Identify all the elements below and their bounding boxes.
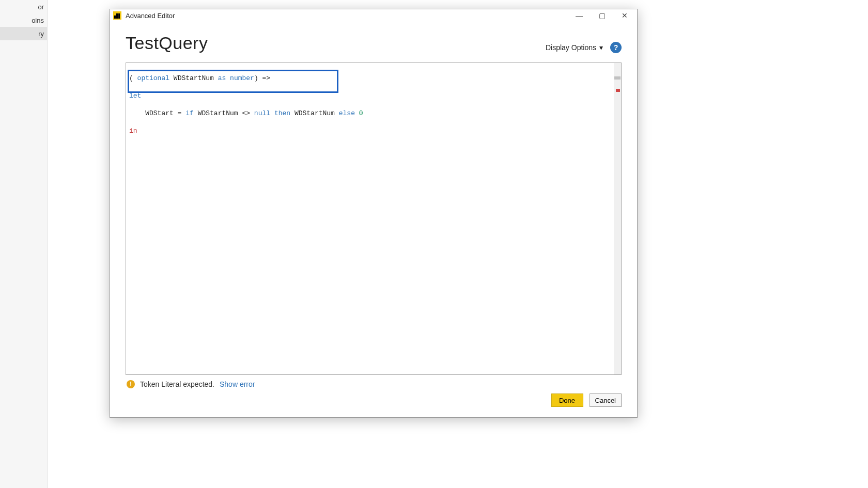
done-button[interactable]: Done [551, 393, 583, 407]
content-area: TestQuery Display Options ▾ ? ( optional… [110, 22, 637, 417]
chevron-down-icon: ▾ [599, 43, 603, 52]
show-error-link[interactable]: Show error [220, 380, 255, 388]
display-options-dropdown[interactable]: Display Options ▾ [546, 43, 603, 52]
cancel-button[interactable]: Cancel [590, 393, 622, 407]
sidebar-item-label: ry [38, 30, 44, 38]
sidebar-item[interactable]: ry [0, 27, 47, 40]
error-marker[interactable] [616, 89, 620, 92]
minimize-button[interactable]: — [568, 9, 591, 22]
sidebar-item[interactable]: or [0, 0, 47, 13]
sidebar-item[interactable]: oins [0, 13, 47, 27]
status-bar: ! Token Literal expected. Show error [126, 375, 622, 393]
warning-icon: ! [127, 380, 135, 388]
sidebar-item-label: or [38, 3, 44, 11]
code-editor[interactable]: ( optional WDStartNum as number) => let … [126, 62, 622, 375]
maximize-button[interactable]: ▢ [591, 9, 613, 22]
display-options-label: Display Options [546, 43, 596, 52]
status-message: Token Literal expected. [140, 380, 214, 388]
titlebar: Advanced Editor — ▢ ✕ [110, 9, 637, 22]
dialog-buttons: Done Cancel [126, 393, 622, 409]
scrollbar-track[interactable] [614, 63, 621, 374]
scrollbar-thumb[interactable] [614, 76, 621, 80]
query-name: TestQuery [126, 33, 208, 53]
sidebar-item-label: oins [32, 17, 44, 24]
window-title: Advanced Editor [126, 12, 568, 20]
code-content[interactable]: ( optional WDStartNum as number) => let … [126, 63, 621, 155]
powerbi-icon [113, 11, 121, 20]
close-button[interactable]: ✕ [613, 9, 636, 22]
queries-sidebar: or oins ry [0, 0, 48, 488]
advanced-editor-window: Advanced Editor — ▢ ✕ TestQuery Display … [110, 9, 638, 418]
header-row: TestQuery Display Options ▾ ? [126, 33, 622, 53]
help-icon[interactable]: ? [610, 42, 622, 53]
